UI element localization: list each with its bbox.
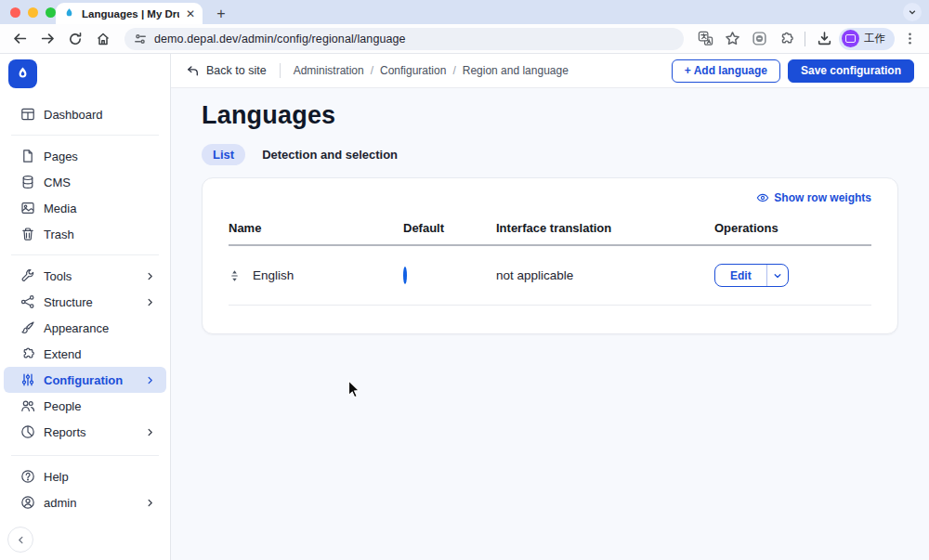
chevron-right-icon	[145, 297, 155, 307]
tab-title: Languages | My Drupal CMS	[82, 8, 179, 20]
default-radio-selected[interactable]	[403, 267, 407, 284]
edit-split-button[interactable]: Edit	[714, 264, 789, 287]
image-icon	[20, 201, 35, 215]
sidebar-item-appearance[interactable]: Appearance	[4, 315, 166, 341]
drupal-favicon-icon	[63, 7, 75, 20]
translate-icon[interactable]	[693, 27, 717, 51]
back-to-site-label: Back to site	[206, 64, 267, 77]
database-icon	[20, 175, 35, 189]
sidebar-item-tools[interactable]: Tools	[4, 263, 166, 289]
sidebar-item-admin[interactable]: admin	[4, 489, 166, 515]
user-circle-icon	[20, 495, 35, 510]
reload-icon[interactable]	[63, 27, 87, 51]
page-tabs: List Detection and selection	[202, 144, 898, 165]
sidebar-item-label: Trash	[44, 228, 155, 241]
breadcrumb: Administration / Configuration / Region …	[294, 64, 569, 77]
breadcrumb-administration[interactable]: Administration	[294, 64, 364, 77]
breadcrumb-region-language[interactable]: Region and language	[463, 64, 569, 77]
header-default: Default	[403, 215, 496, 244]
sidebar-item-label: Help	[44, 470, 155, 484]
profile-avatar	[842, 30, 859, 47]
chevron-right-icon	[145, 375, 155, 385]
tab-search-chevron-icon[interactable]	[903, 3, 922, 21]
tab-list[interactable]: List	[202, 144, 245, 165]
window-controls[interactable]	[10, 7, 56, 18]
paintbrush-icon	[20, 320, 35, 335]
window-minimize-button[interactable]	[28, 7, 38, 18]
drupal-logo[interactable]	[8, 59, 37, 88]
new-tab-button[interactable]: +	[212, 5, 230, 23]
sidebar-divider	[11, 455, 159, 456]
admin-topbar: Back to site Administration / Configurat…	[171, 54, 929, 88]
browser-profile-chip[interactable]: 工作	[839, 28, 895, 50]
browser-tab[interactable]: Languages | My Drupal CMS ✕	[56, 3, 203, 24]
sidebar-divider	[11, 254, 159, 255]
sidebar-item-label: People	[44, 399, 155, 413]
sidebar-item-label: Reports	[44, 425, 137, 439]
table-header-row: Name Default Interface translation Opera…	[229, 215, 871, 246]
sidebar-item-trash[interactable]: Trash	[4, 221, 166, 247]
show-row-weights-label: Show row weights	[774, 191, 871, 204]
extension-badge-icon[interactable]	[747, 27, 771, 51]
window-maximize-button[interactable]	[46, 7, 56, 18]
add-language-button[interactable]: + Add language	[672, 59, 780, 83]
tab-detection-and-selection[interactable]: Detection and selection	[260, 144, 399, 165]
sidebar-collapse-button[interactable]	[7, 527, 33, 553]
chevron-right-icon	[145, 427, 155, 437]
sidebar-item-label: Appearance	[44, 321, 155, 335]
header-operations: Operations	[714, 215, 871, 244]
show-row-weights-link[interactable]: Show row weights	[756, 191, 871, 204]
languages-table: Name Default Interface translation Opera…	[229, 215, 871, 306]
extensions-puzzle-icon[interactable]	[774, 27, 798, 51]
sidebar-item-reports[interactable]: Reports	[4, 419, 166, 445]
sidebar-divider	[11, 135, 159, 136]
sidebar-item-dashboard[interactable]: Dashboard	[4, 101, 166, 127]
edit-button[interactable]: Edit	[715, 265, 766, 286]
forward-icon[interactable]	[35, 27, 59, 51]
back-to-site-link[interactable]: Back to site	[186, 64, 267, 78]
profile-name: 工作	[864, 32, 885, 46]
return-arrow-icon	[186, 64, 200, 78]
browser-toolbar: demo.depal.dev/admin/config/regional/lan…	[0, 24, 929, 54]
url-text[interactable]: demo.depal.dev/admin/config/regional/lan…	[154, 33, 406, 46]
sidebar-item-extend[interactable]: Extend	[4, 341, 166, 367]
people-icon	[20, 398, 35, 413]
header-interface-translation: Interface translation	[496, 215, 714, 244]
site-info-icon[interactable]	[134, 33, 147, 46]
sidebar-item-label: Dashboard	[44, 108, 155, 122]
url-bar[interactable]: demo.depal.dev/admin/config/regional/lan…	[124, 28, 684, 50]
trash-icon	[20, 227, 35, 241]
admin-sidebar: Dashboard Pages CMS Media Trash Tools St…	[0, 54, 171, 560]
home-icon[interactable]	[91, 27, 115, 51]
sidebar-item-people[interactable]: People	[4, 393, 166, 419]
breadcrumb-separator: /	[371, 64, 373, 77]
sliders-icon	[20, 372, 35, 387]
languages-card: Show row weights Name Default Interface …	[202, 177, 898, 334]
sidebar-item-pages[interactable]: Pages	[4, 143, 166, 169]
sidebar-item-configuration[interactable]: Configuration	[4, 367, 166, 393]
sidebar-item-structure[interactable]: Structure	[4, 289, 166, 315]
sidebar-item-cms[interactable]: CMS	[4, 169, 166, 195]
dashboard-icon	[20, 107, 35, 122]
sidebar-item-label: CMS	[44, 176, 155, 189]
sidebar-item-label: Media	[44, 202, 155, 215]
sidebar-item-media[interactable]: Media	[4, 195, 166, 221]
window-close-button[interactable]	[10, 7, 20, 18]
drag-handle-icon[interactable]	[229, 269, 241, 282]
sidebar-item-help[interactable]: Help	[4, 463, 166, 489]
chevron-right-icon	[145, 271, 155, 281]
bookmark-star-icon[interactable]	[720, 27, 744, 51]
save-configuration-button[interactable]: Save configuration	[788, 59, 914, 83]
language-name: English	[253, 268, 294, 282]
structure-icon	[20, 294, 35, 309]
sidebar-item-label: Configuration	[44, 373, 137, 387]
edit-dropdown-chevron-icon[interactable]	[767, 265, 788, 286]
browser-menu-icon[interactable]	[897, 27, 922, 51]
tab-close-icon[interactable]: ✕	[186, 8, 195, 20]
languages-page: Languages List Detection and selection S…	[171, 88, 929, 560]
downloads-icon[interactable]	[812, 27, 836, 51]
sidebar-item-label: Extend	[44, 347, 155, 361]
back-icon[interactable]	[7, 27, 32, 51]
sidebar-item-label: Structure	[44, 295, 137, 309]
breadcrumb-configuration[interactable]: Configuration	[380, 64, 446, 77]
